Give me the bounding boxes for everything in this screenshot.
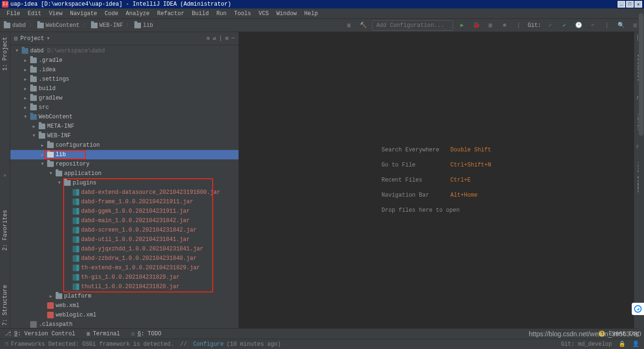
status-windows-icon[interactable]: ❐ — [5, 341, 8, 348]
tree-settings[interactable]: .settings — [10, 75, 239, 84]
lock-icon[interactable]: 🔒 — [619, 341, 626, 348]
git-history-icon[interactable]: 🕐 — [573, 20, 584, 31]
statusbar: ❐ Frameworks Detected: OSGi framework is… — [0, 339, 644, 349]
chevron-right-icon: 〉 — [26, 21, 37, 29]
tab-version-control[interactable]: ⎇9: 9: Version ControlVersion Control — [5, 330, 75, 337]
left-tab-project[interactable]: 1: Project — [1, 34, 9, 74]
menu-code[interactable]: Code — [101, 10, 122, 17]
tree-jar[interactable]: th-gis_1.0.0.202104231829.jar — [10, 273, 239, 282]
tree-jar[interactable]: dabd-yjqxzhdd_1.0.0.202104231841.jar — [10, 244, 239, 254]
tree-src[interactable]: src — [10, 103, 239, 112]
tree-label: .idea — [39, 66, 56, 73]
crumb-3[interactable]: lib — [143, 22, 153, 29]
menu-navigate[interactable]: Navigate — [66, 10, 101, 17]
sidebar-title[interactable]: Project — [20, 35, 44, 42]
hide-icon[interactable]: — — [231, 35, 235, 42]
tree-jar[interactable]: dabd-zzbdrw_1.0.0.202104231840.jar — [10, 254, 239, 263]
project-view-icon[interactable]: ▤ — [14, 35, 17, 42]
chevron-down-icon[interactable]: ▼ — [47, 36, 50, 41]
tree-jar[interactable]: dabd-screen_1.0.0.202104231842.jar — [10, 225, 239, 235]
left-tab-favorites[interactable]: 2: Favorites — [1, 207, 9, 253]
git-commit-icon[interactable]: ✔ — [559, 20, 570, 31]
tree-metainf[interactable]: META-INF — [10, 122, 239, 131]
tree-plugins[interactable]: plugins — [10, 178, 239, 188]
coverage-icon[interactable]: ▦ — [485, 20, 495, 31]
menu-build[interactable]: Build — [188, 10, 213, 17]
tab-terminal[interactable]: ▣Terminal — [87, 330, 120, 337]
breadcrumb[interactable]: dabd 〉 WebContent 〉 WEB-INF 〉 lib — [4, 21, 153, 29]
teamviewer-overlay[interactable] — [632, 303, 644, 315]
tree-label: META-INF — [47, 123, 74, 130]
folder-icon — [30, 95, 37, 101]
menu-analyze[interactable]: Analyze — [122, 10, 153, 17]
tree-webinf[interactable]: WEB-INF — [10, 131, 239, 141]
maximize-button[interactable]: □ — [626, 1, 634, 8]
star-icon[interactable]: ★ — [3, 171, 7, 179]
locate-icon[interactable]: ⊕ — [206, 35, 210, 42]
tree-jar[interactable]: dabd-frame_1.0.0.202104231911.jar — [10, 197, 239, 207]
tree-jar[interactable]: th-extend-mx_1.0.0.202104231829.jar — [10, 263, 239, 273]
run-icon[interactable]: ▶ — [457, 20, 467, 31]
tree-gradle[interactable]: .gradle — [10, 56, 239, 65]
tree-jar[interactable]: thutil_1.0.0.202104231828.jar — [10, 282, 239, 291]
tree-repository[interactable]: repository — [10, 159, 239, 169]
tree-jar[interactable]: dabd-main_1.0.0.202104231842.jar — [10, 216, 239, 225]
tree-gradlew[interactable]: gradlew — [10, 93, 239, 103]
tree-idea[interactable]: .idea — [10, 65, 239, 75]
crumb-1[interactable]: WebContent — [46, 22, 80, 29]
tree-jar[interactable]: dabd-ggmk_1.0.0.202104231911.jar — [10, 207, 239, 216]
gear-icon[interactable]: ⚙ — [225, 35, 229, 42]
git-update-icon[interactable]: ✓ — [545, 20, 555, 31]
tree-configuration[interactable]: configuration — [10, 141, 239, 150]
menu-tools[interactable]: Tools — [231, 10, 255, 17]
tree-build[interactable]: build — [10, 84, 239, 93]
tree-label: weblogic.xml — [56, 312, 96, 318]
hint-recent-key: Ctrl+E — [450, 177, 471, 183]
tab-event-log[interactable]: Event Log — [609, 331, 639, 337]
stop-icon[interactable]: ■ — [499, 20, 510, 31]
tree-lib[interactable]: lib — [10, 150, 239, 159]
tree-weblogic[interactable]: weblogic.xml — [10, 310, 239, 320]
hint-navbar-key: Alt+Home — [450, 192, 478, 199]
hammer-icon[interactable]: 🔨 — [358, 20, 368, 31]
menu-vcs[interactable]: VCS — [255, 10, 273, 17]
tab-todo[interactable]: ☑6: TODO — [131, 330, 161, 337]
tree-webcontent[interactable]: WebContent — [10, 112, 239, 122]
tree-root[interactable]: dabd D:\workspace\dabd — [10, 46, 239, 56]
folder-icon — [56, 293, 62, 299]
tree-classpath[interactable]: .classpath — [10, 320, 239, 328]
status-git-branch[interactable]: Git: md_develop — [561, 341, 612, 348]
project-tree[interactable]: dabd D:\workspace\dabd .gradle .idea .se… — [10, 45, 239, 328]
close-button[interactable]: ✕ — [635, 1, 642, 8]
menu-help[interactable]: Help — [300, 10, 322, 17]
target-icon[interactable]: ▣ — [344, 20, 354, 31]
crumb-2[interactable]: WEB-INF — [99, 22, 123, 29]
menu-refactor[interactable]: Refactor — [153, 10, 188, 17]
tree-jar[interactable]: dabd-util_1.0.0.202104231841.jar — [10, 235, 239, 244]
menu-window[interactable]: Window — [272, 10, 300, 17]
folder-icon — [134, 23, 141, 28]
menu-view[interactable]: View — [45, 10, 66, 17]
jar-icon — [73, 246, 79, 252]
menu-edit[interactable]: Edit — [24, 10, 45, 17]
expand-icon[interactable]: ⇄ — [213, 35, 216, 42]
minimize-button[interactable]: _ — [618, 1, 625, 8]
scrollbar-thumb[interactable] — [639, 13, 644, 136]
git-revert-icon[interactable]: ↶ — [587, 20, 598, 31]
menu-run[interactable]: Run — [213, 10, 231, 17]
chevron-right-icon: 〉 — [123, 21, 134, 29]
menu-file[interactable]: File — [3, 10, 24, 17]
tree-label: .settings — [39, 76, 69, 83]
left-tab-structure[interactable]: 7: Structure — [1, 282, 9, 328]
tree-jar[interactable]: dabd-extend-datasource_20210423191600.ja… — [10, 188, 239, 197]
debug-icon[interactable]: 🐞 — [471, 20, 481, 31]
crumb-0[interactable]: dabd — [12, 22, 26, 29]
jar-icon — [73, 199, 79, 205]
status-configure-link[interactable]: Configure — [193, 341, 224, 348]
sidebar-scrollbar[interactable] — [638, 13, 644, 349]
search-icon[interactable]: 🔍 — [616, 20, 626, 31]
tree-application[interactable]: application — [10, 169, 239, 178]
add-configuration-select[interactable]: Add Configuration... — [372, 20, 453, 31]
tree-platform[interactable]: platform — [10, 291, 239, 301]
tree-webxml[interactable]: web.xml — [10, 301, 239, 310]
